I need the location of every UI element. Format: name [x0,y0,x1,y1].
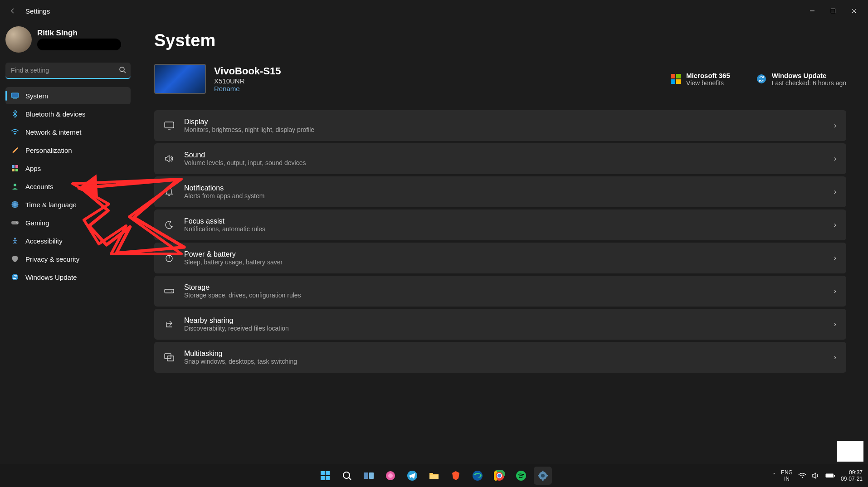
search-icon [119,66,126,73]
taskbar-tray: ˄ ENG IN 09:37 09-07-21 [773,469,868,482]
wifi-icon [11,128,19,136]
taskbar-app-1[interactable] [381,467,400,485]
svg-rect-60 [826,474,833,477]
svg-point-6 [15,134,15,135]
sidebar-item-label: Time & language [25,201,77,209]
maximize-button[interactable] [823,4,844,18]
sidebar-item-label: Windows Update [25,273,77,281]
taskbar-brave[interactable] [447,467,465,485]
card-storage[interactable]: StorageStorage space, drives, configurat… [154,276,846,307]
device-model: X510UNR [214,77,281,85]
sidebar-item-system[interactable]: System [5,87,131,104]
m365-sub: View benefits [686,79,730,87]
card-display[interactable]: DisplayMonitors, brightness, night light… [154,110,846,141]
taskbar: ˄ ENG IN 09:37 09-07-21 [0,464,868,487]
sidebar-item-label: Apps [25,165,41,172]
volume-tray-icon[interactable] [812,472,820,479]
update-title: Windows Update [772,72,846,79]
card-nearby-sharing[interactable]: Nearby sharingDiscoverability, received … [154,309,846,340]
taskbar-explorer[interactable] [425,467,443,485]
update-icon [756,74,766,84]
taskbar-telegram[interactable] [403,467,421,485]
chevron-right-icon: › [834,188,836,196]
taskbar-taskview[interactable] [360,467,378,485]
svg-point-15 [17,223,18,224]
avatar [5,26,32,53]
gear-icon [537,470,548,481]
sidebar-item-network[interactable]: Network & internet [5,123,131,141]
taskview-icon [363,471,374,480]
chevron-right-icon: › [834,320,836,328]
m365-title: Microsoft 365 [686,72,730,79]
sidebar-item-apps[interactable]: Apps [5,160,131,177]
profile-block[interactable]: Ritik Singh [5,26,131,53]
sidebar-item-bluetooth[interactable]: Bluetooth & devices [5,105,131,122]
svg-rect-8 [15,165,18,168]
svg-rect-13 [11,221,19,224]
rename-link[interactable]: Rename [214,85,281,93]
card-sound[interactable]: SoundVolume levels, output, input, sound… [154,143,846,174]
card-multitasking[interactable]: MultitaskingSnap windows, desktops, task… [154,342,846,373]
wifi-tray-icon[interactable] [798,472,806,479]
apps-icon [11,164,19,172]
battery-tray-icon[interactable] [825,473,835,478]
chrome-icon [494,470,505,481]
sidebar-item-time-language[interactable]: Time & language [5,196,131,213]
sound-icon [164,154,174,164]
share-icon [164,319,174,329]
person-icon [11,182,19,190]
sidebar-item-update[interactable]: Windows Update [5,268,131,286]
sidebar-item-label: Bluetooth & devices [25,110,86,118]
svg-point-58 [802,477,803,478]
tray-chevron-up-icon[interactable]: ˄ [773,472,775,479]
tray-language[interactable]: ENG IN [781,469,793,482]
sidebar-item-label: Network & internet [25,128,81,136]
taskbar-spotify[interactable] [512,467,530,485]
tray-clock[interactable]: 09:37 09-07-21 [841,469,863,482]
moon-icon [164,220,174,230]
time-value: 09:37 [841,469,863,476]
svg-point-2 [120,67,124,72]
device-thumbnail[interactable] [154,64,206,94]
card-desc: Alerts from apps and system [184,192,834,200]
taskbar-search[interactable] [338,467,356,485]
svg-rect-7 [12,165,15,168]
sidebar-item-label: Personalization [25,146,72,154]
svg-rect-9 [12,169,15,171]
svg-rect-10 [15,169,18,171]
sidebar-item-gaming[interactable]: Gaming [5,214,131,231]
sync-icon [11,273,19,281]
card-title: Display [184,118,834,126]
close-icon [851,8,857,14]
sidebar-item-privacy[interactable]: Privacy & security [5,250,131,268]
card-notifications[interactable]: NotificationsAlerts from apps and system… [154,176,846,207]
sidebar-item-accounts[interactable]: Accounts [5,178,131,195]
search-input[interactable] [5,63,131,79]
gamepad-icon [11,219,19,227]
svg-rect-23 [165,122,174,128]
taskbar-edge[interactable] [468,467,487,485]
update-sub: Last checked: 6 hours ago [772,79,846,87]
windows-update-block[interactable]: Windows Update Last checked: 6 hours ago [756,72,846,87]
card-focus-assist[interactable]: Focus assistNotifications, automatic rul… [154,209,846,240]
back-button[interactable] [4,2,22,20]
taskbar-settings[interactable] [534,467,552,485]
display-icon [11,92,19,100]
arrow-left-icon [9,7,16,15]
card-title: Storage [184,283,834,292]
settings-card-list: DisplayMonitors, brightness, night light… [154,110,846,373]
start-button[interactable] [316,467,334,485]
power-icon [164,253,174,263]
sidebar-item-accessibility[interactable]: Accessibility [5,232,131,249]
sidebar-item-personalization[interactable]: Personalization [5,141,131,159]
minimize-button[interactable] [802,4,823,18]
sidebar-item-label: System [25,92,48,100]
close-button[interactable] [844,4,864,18]
svg-point-37 [343,472,350,478]
microsoft-365-block[interactable]: Microsoft 365 View benefits [671,72,730,87]
taskbar-chrome[interactable] [490,467,508,485]
sidebar-item-label: Privacy & security [25,255,79,263]
card-power[interactable]: Power & batterySleep, battery usage, bat… [154,243,846,273]
svg-point-28 [171,291,172,292]
taskbar-center [316,467,552,485]
